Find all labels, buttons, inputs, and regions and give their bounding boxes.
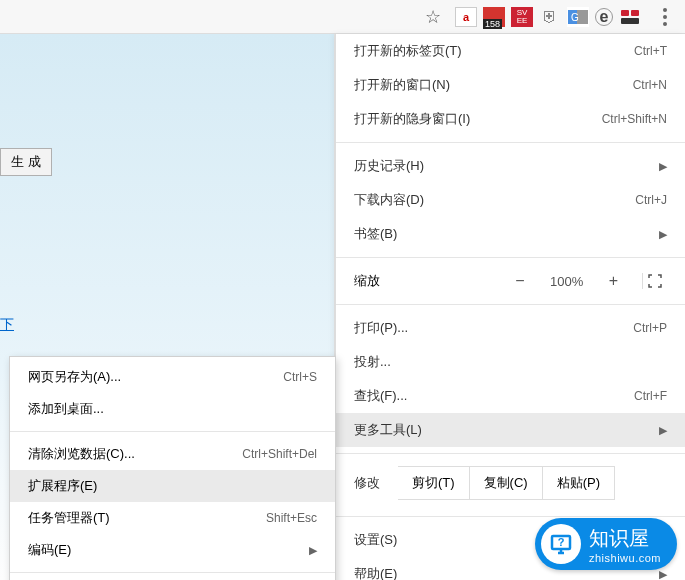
copy-button[interactable]: 复制(C) bbox=[470, 466, 543, 500]
menu-zoom: 缩放 − 100% + bbox=[336, 264, 685, 298]
zoom-out-button[interactable]: − bbox=[509, 270, 530, 292]
menu-cast[interactable]: 投射... bbox=[336, 345, 685, 379]
download-link[interactable]: 下 bbox=[0, 316, 14, 334]
svg-rect-3 bbox=[621, 10, 629, 16]
chrome-menu-button[interactable] bbox=[651, 3, 679, 31]
extension-badge: 158 bbox=[483, 19, 502, 29]
menu-edit-row: 修改 剪切(T) 复制(C) 粘贴(P) bbox=[336, 460, 685, 510]
menu-label: 更多工具(L) bbox=[354, 421, 422, 439]
submenu-shortcut: Ctrl+S bbox=[283, 370, 317, 384]
menu-separator bbox=[336, 142, 685, 143]
menu-label: 打开新的窗口(N) bbox=[354, 76, 450, 94]
zoom-in-button[interactable]: + bbox=[603, 270, 624, 292]
submenu-label: 扩展程序(E) bbox=[28, 477, 97, 495]
menu-separator bbox=[336, 257, 685, 258]
extension-icon-svee[interactable]: SV EE bbox=[511, 7, 533, 27]
menu-label: 设置(S) bbox=[354, 531, 397, 549]
menu-shortcut: Ctrl+F bbox=[634, 389, 667, 403]
menu-label: 查找(F)... bbox=[354, 387, 407, 405]
menu-shortcut: Ctrl+N bbox=[633, 78, 667, 92]
menu-history[interactable]: 历史记录(H) ▶ bbox=[336, 149, 685, 183]
submenu-label: 编码(E) bbox=[28, 541, 71, 559]
submenu-label: 清除浏览数据(C)... bbox=[28, 445, 135, 463]
menu-shortcut: Ctrl+T bbox=[634, 44, 667, 58]
extension-icon-a[interactable]: a bbox=[455, 7, 477, 27]
extension-icon-video[interactable] bbox=[619, 7, 641, 27]
menu-separator bbox=[10, 431, 335, 432]
menu-label: 投射... bbox=[354, 353, 391, 371]
menu-label: 打印(P)... bbox=[354, 319, 408, 337]
menu-shortcut: Ctrl+P bbox=[633, 321, 667, 335]
paste-button[interactable]: 粘贴(P) bbox=[543, 466, 615, 500]
submenu-arrow-icon: ▶ bbox=[659, 160, 667, 173]
watermark-url: zhishiwu.com bbox=[589, 552, 661, 564]
submenu-add-desktop[interactable]: 添加到桌面... bbox=[10, 393, 335, 425]
watermark-logo: ? 知识屋 zhishiwu.com bbox=[535, 518, 677, 570]
svg-rect-5 bbox=[621, 18, 639, 24]
edit-label: 修改 bbox=[354, 474, 380, 492]
menu-more-tools[interactable]: 更多工具(L) ▶ bbox=[336, 413, 685, 447]
submenu-arrow-icon: ▶ bbox=[309, 544, 317, 557]
menu-label: 下载内容(D) bbox=[354, 191, 424, 209]
svg-text:G: G bbox=[571, 12, 579, 23]
menu-label: 书签(B) bbox=[354, 225, 397, 243]
more-tools-submenu: 网页另存为(A)... Ctrl+S 添加到桌面... 清除浏览数据(C)...… bbox=[9, 356, 336, 580]
menu-separator bbox=[336, 516, 685, 517]
submenu-shortcut: Ctrl+Shift+Del bbox=[242, 447, 317, 461]
submenu-shortcut: Shift+Esc bbox=[266, 511, 317, 525]
menu-new-window[interactable]: 打开新的窗口(N) Ctrl+N bbox=[336, 68, 685, 102]
menu-label: 打开新的隐身窗口(I) bbox=[354, 110, 470, 128]
menu-new-tab[interactable]: 打开新的标签页(T) Ctrl+T bbox=[336, 34, 685, 68]
menu-label: 帮助(E) bbox=[354, 565, 397, 580]
menu-separator bbox=[336, 453, 685, 454]
browser-toolbar: ☆ a 158 SV EE ⛨ G e bbox=[0, 0, 685, 34]
submenu-label: 任务管理器(T) bbox=[28, 509, 110, 527]
submenu-save-as[interactable]: 网页另存为(A)... Ctrl+S bbox=[10, 361, 335, 393]
submenu-arrow-icon: ▶ bbox=[659, 228, 667, 241]
menu-bookmarks[interactable]: 书签(B) ▶ bbox=[336, 217, 685, 251]
submenu-clear-data[interactable]: 清除浏览数据(C)... Ctrl+Shift+Del bbox=[10, 438, 335, 470]
watermark-icon: ? bbox=[541, 524, 581, 564]
submenu-label: 添加到桌面... bbox=[28, 400, 104, 418]
submenu-arrow-icon: ▶ bbox=[659, 568, 667, 581]
fullscreen-button[interactable] bbox=[642, 273, 667, 289]
extension-icon-translate[interactable]: G bbox=[567, 7, 589, 27]
menu-shortcut: Ctrl+Shift+N bbox=[602, 112, 667, 126]
extension-icon-shield[interactable]: ⛨ bbox=[539, 7, 561, 27]
submenu-extensions[interactable]: 扩展程序(E) bbox=[10, 470, 335, 502]
svg-rect-4 bbox=[631, 10, 639, 16]
extension-icon-red[interactable]: 158 bbox=[483, 7, 505, 27]
submenu-encoding[interactable]: 编码(E) ▶ bbox=[10, 534, 335, 566]
zoom-label: 缩放 bbox=[354, 272, 509, 290]
menu-incognito[interactable]: 打开新的隐身窗口(I) Ctrl+Shift+N bbox=[336, 102, 685, 136]
menu-separator bbox=[10, 572, 335, 573]
menu-separator bbox=[336, 304, 685, 305]
generate-button[interactable]: 生 成 bbox=[0, 148, 52, 176]
menu-label: 打开新的标签页(T) bbox=[354, 42, 462, 60]
submenu-task-manager[interactable]: 任务管理器(T) Shift+Esc bbox=[10, 502, 335, 534]
menu-label: 历史记录(H) bbox=[354, 157, 424, 175]
menu-find[interactable]: 查找(F)... Ctrl+F bbox=[336, 379, 685, 413]
menu-print[interactable]: 打印(P)... Ctrl+P bbox=[336, 311, 685, 345]
submenu-arrow-icon: ▶ bbox=[659, 424, 667, 437]
watermark-title: 知识屋 bbox=[589, 527, 649, 549]
submenu-label: 网页另存为(A)... bbox=[28, 368, 121, 386]
menu-downloads[interactable]: 下载内容(D) Ctrl+J bbox=[336, 183, 685, 217]
svg-text:?: ? bbox=[558, 536, 565, 548]
menu-shortcut: Ctrl+J bbox=[635, 193, 667, 207]
cut-button[interactable]: 剪切(T) bbox=[398, 466, 470, 500]
extension-icon-e[interactable]: e bbox=[595, 8, 613, 26]
bookmark-star-icon[interactable]: ☆ bbox=[425, 6, 441, 28]
chrome-main-menu: 打开新的标签页(T) Ctrl+T 打开新的窗口(N) Ctrl+N 打开新的隐… bbox=[335, 34, 685, 580]
zoom-percent: 100% bbox=[545, 274, 589, 289]
